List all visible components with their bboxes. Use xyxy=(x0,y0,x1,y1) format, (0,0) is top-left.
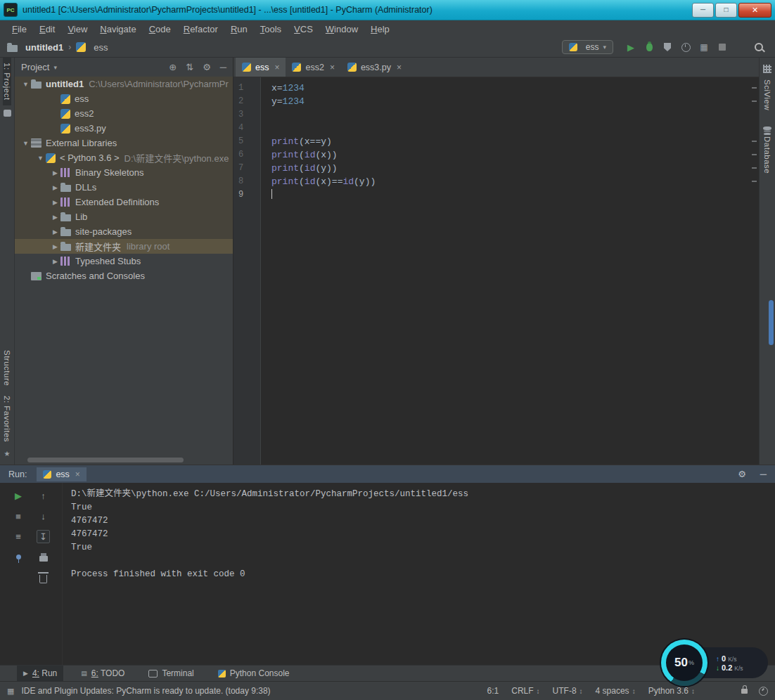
tree-item-typeshed-stubs[interactable]: ▶Typeshed Stubs xyxy=(15,254,233,268)
menu-item-edit[interactable]: Edit xyxy=(33,22,61,36)
code-line-9[interactable]: 9 xyxy=(233,188,759,202)
toolwindow-toggle-icon[interactable]: ▦ xyxy=(7,687,14,696)
editor-tab-ess3-py[interactable]: ess3.py× xyxy=(341,58,408,77)
scroll-to-end-button[interactable]: ↧ xyxy=(37,530,50,543)
tree-item-extended-definitions[interactable]: ▶Extended Definitions xyxy=(15,195,233,209)
menu-item-refactor[interactable]: Refactor xyxy=(177,22,224,36)
tree-item-external-libraries[interactable]: ▼External Libraries xyxy=(15,136,233,150)
editor[interactable]: 1x=12342y=1234345print(x==y)6print(id(x)… xyxy=(233,77,759,465)
maximize-button[interactable]: □ xyxy=(715,3,737,18)
tab-close-icon[interactable]: × xyxy=(274,63,279,72)
code-line-4[interactable]: 4 xyxy=(233,122,759,135)
stop-button[interactable] xyxy=(715,39,730,55)
tree-item-scratches-and-consoles[interactable]: Scratches and Consoles xyxy=(15,268,233,283)
close-button[interactable]: ✕ xyxy=(738,3,771,18)
menu-item-help[interactable]: Help xyxy=(364,22,396,36)
menu-item-file[interactable]: File xyxy=(6,22,33,36)
code-line-6[interactable]: 6print(id(x)) xyxy=(233,148,759,162)
scrollbar-thumb[interactable] xyxy=(769,300,774,345)
prev-occurrence-button[interactable]: ↑ xyxy=(37,489,50,502)
menu-item-navigate[interactable]: Navigate xyxy=(94,22,142,36)
coverage-button[interactable] xyxy=(660,39,675,55)
net-speed-widget[interactable]: ↑ 0 K/s ↓ 0.2 K/s 50 % xyxy=(661,640,768,686)
tab-close-icon[interactable]: × xyxy=(330,63,335,72)
tree-item-untitled1[interactable]: ▼untitled1C:\Users\Administrator\Pycharm… xyxy=(15,77,233,91)
pin-tab-button[interactable] xyxy=(12,550,25,563)
collapsed-arrow-icon[interactable]: ▶ xyxy=(50,243,60,250)
status-crlf[interactable]: CRLF↕ xyxy=(511,686,539,696)
run-button[interactable]: ▶ xyxy=(623,39,639,55)
project-view-select[interactable]: Project ▾ xyxy=(21,62,57,72)
gauge-icon[interactable] xyxy=(759,687,768,696)
tree-item-ess[interactable]: ess xyxy=(15,91,233,106)
search-everywhere-button[interactable] xyxy=(751,39,767,55)
menu-item-vcs[interactable]: VCS xyxy=(288,22,319,36)
code-line-1[interactable]: 1x=1234 xyxy=(233,82,759,95)
code-line-5[interactable]: 5print(x==y) xyxy=(233,135,759,148)
collapse-all-icon[interactable]: ⇅ xyxy=(186,62,193,72)
collapsed-arrow-icon[interactable]: ▶ xyxy=(50,228,60,235)
menu-item-view[interactable]: View xyxy=(61,22,94,36)
toolwindow-button-favorites[interactable]: 2: Favorites xyxy=(3,391,11,447)
toolwindow-button-database[interactable]: Database xyxy=(763,131,771,179)
tree-item-lib[interactable]: ▶Lib xyxy=(15,209,233,224)
status-message[interactable]: IDE and Plugin Updates: PyCharm is ready… xyxy=(21,686,270,696)
collapsed-arrow-icon[interactable]: ▶ xyxy=(50,199,60,206)
profiler-button[interactable] xyxy=(678,39,693,55)
expanded-arrow-icon[interactable]: ▼ xyxy=(35,155,46,162)
collapsed-arrow-icon[interactable]: ▶ xyxy=(50,169,60,176)
clear-all-button[interactable] xyxy=(37,571,50,584)
collapsed-arrow-icon[interactable]: ▶ xyxy=(50,214,60,221)
next-occurrence-button[interactable]: ↓ xyxy=(37,510,50,522)
collapsed-arrow-icon[interactable]: ▶ xyxy=(50,258,60,265)
menu-item-run[interactable]: Run xyxy=(224,22,254,36)
breadcrumb-ess[interactable]: ess xyxy=(76,42,108,53)
menu-item-tools[interactable]: Tools xyxy=(254,22,288,36)
concurrency-diagram-button[interactable]: ▦ xyxy=(696,39,712,55)
run-configuration-select[interactable]: ess ▾ xyxy=(562,40,613,54)
tab-close-icon[interactable]: × xyxy=(397,63,402,72)
toolwindow-button-structure[interactable]: Structure xyxy=(3,345,11,391)
code-line-8[interactable]: 8print(id(x)==id(y)) xyxy=(233,175,759,188)
debug-button[interactable] xyxy=(641,39,657,55)
expanded-arrow-icon[interactable]: ▼ xyxy=(20,81,31,88)
status-python-3-6[interactable]: Python 3.6↕ xyxy=(648,686,695,696)
editor-tab-ess2[interactable]: ess2× xyxy=(286,58,340,77)
tree-item-ess2[interactable]: ess2 xyxy=(15,106,233,121)
soft-wrap-button[interactable]: ≡ xyxy=(12,530,25,543)
toolwindow-button-6-todo[interactable]: ▤6: TODO xyxy=(75,666,131,681)
toolwindow-button-python-console[interactable]: Python Console xyxy=(212,666,296,681)
locate-file-icon[interactable]: ⊕ xyxy=(169,62,177,72)
toolwindow-button-project[interactable]: 1: Project xyxy=(3,58,11,105)
menu-item-window[interactable]: Window xyxy=(319,22,364,36)
tree-item-dlls[interactable]: ▶DLLs xyxy=(15,180,233,195)
code-line-2[interactable]: 2y=1234 xyxy=(233,95,759,108)
editor-tab-ess[interactable]: ess× xyxy=(236,58,286,77)
code-line-3[interactable]: 3 xyxy=(233,108,759,122)
tree-item-xinjian-wenjianjia[interactable]: ▶新建文件夹library root xyxy=(15,239,233,254)
gear-icon[interactable]: ⚙ xyxy=(738,469,746,479)
tree-item-site-packages[interactable]: ▶site-packages xyxy=(15,224,233,239)
breadcrumb-untitled1[interactable]: untitled1 xyxy=(7,42,63,53)
menu-item-code[interactable]: Code xyxy=(143,22,177,36)
gear-icon[interactable]: ⚙ xyxy=(203,62,211,72)
code-line-7[interactable]: 7print(id(y)) xyxy=(233,162,759,175)
status-4-spaces[interactable]: 4 spaces↕ xyxy=(596,686,636,696)
toolwindow-button-terminal[interactable]: Terminal xyxy=(142,666,200,681)
status-6-1[interactable]: 6:1 xyxy=(487,686,499,696)
console-output[interactable]: D:\新建文件夹\python.exe C:/Users/Administrat… xyxy=(63,483,775,665)
run-tab-ess[interactable]: ess × xyxy=(37,467,86,481)
toolwindow-button-sciview[interactable]: SciView xyxy=(763,74,771,115)
tree-item-binary-skeletons[interactable]: ▶Binary Skeletons xyxy=(15,165,233,180)
status-utf-8[interactable]: UTF-8↕ xyxy=(553,686,583,696)
hide-panel-icon[interactable]: ─ xyxy=(760,469,767,479)
rerun-button[interactable]: ▶ xyxy=(12,489,25,502)
horizontal-scrollbar[interactable] xyxy=(27,458,184,462)
lock-icon[interactable] xyxy=(741,689,748,694)
expanded-arrow-icon[interactable]: ▼ xyxy=(20,140,31,147)
toolwindow-button-4-run[interactable]: ▶4: Run xyxy=(17,666,63,681)
editor-stripe[interactable] xyxy=(750,77,759,465)
minimize-button[interactable]: ─ xyxy=(692,3,714,18)
tree-item-ess3-py[interactable]: ess3.py xyxy=(15,121,233,136)
hide-panel-icon[interactable]: ─ xyxy=(220,62,226,72)
